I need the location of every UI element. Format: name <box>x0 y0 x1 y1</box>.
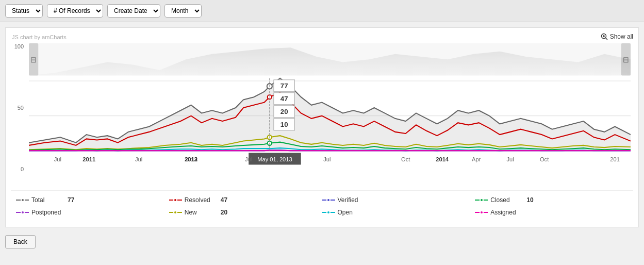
svg-line-1 <box>605 38 607 40</box>
status-select[interactable]: Status <box>5 4 43 18</box>
legend-value-total: 77 <box>68 196 74 204</box>
legend-label-open: Open <box>338 209 371 216</box>
legend: Total 77 Resolved 47 Verified Closed 10 <box>11 190 633 222</box>
scroll-left-icon: ⊟ <box>30 56 37 64</box>
legend-dot-closed <box>480 198 484 202</box>
legend-value-new: 20 <box>221 209 227 216</box>
legend-label-total: Total <box>31 196 65 204</box>
y-label-100: 100 <box>14 43 24 49</box>
legend-item-open: Open <box>322 207 475 218</box>
x-jul-2012: Jul <box>245 156 252 162</box>
legend-label-assigned: Assigned <box>490 209 524 216</box>
scroll-range <box>29 43 631 76</box>
legend-dot-postponed <box>21 210 25 214</box>
legend-dot-total <box>21 198 25 202</box>
legend-label-new: New <box>185 209 218 216</box>
tooltip-20-text: 20 <box>280 108 288 115</box>
x-2015: 201 <box>610 156 620 162</box>
legend-dot-open <box>326 210 331 214</box>
legend-dot-assigned <box>480 210 484 214</box>
x-jul-2014: Jul <box>506 156 514 162</box>
tooltip-10-text: 10 <box>280 121 288 128</box>
y-axis: 100 50 0 <box>11 43 26 172</box>
legend-item-resolved: Resolved 47 <box>169 195 322 205</box>
chart-svg: 77 47 20 10 May 01, 2013 Jul 2011 Jul 20… <box>29 43 631 172</box>
toolbar: Status # Of Records Create Date Month <box>0 0 644 22</box>
legend-dot-new <box>173 210 177 214</box>
x-jul-2010: Jul <box>54 156 61 162</box>
legend-line-assigned <box>475 212 488 213</box>
back-button[interactable]: Back <box>5 235 36 249</box>
legend-item-postponed: Postponed <box>16 207 169 218</box>
records-select[interactable]: # Of Records <box>47 4 103 18</box>
legend-line-open <box>322 212 335 213</box>
legend-label-verified: Verified <box>338 196 371 204</box>
x-2014: 2014 <box>436 156 449 162</box>
legend-value-closed: 10 <box>526 196 533 204</box>
tooltip-47-text: 47 <box>280 95 288 103</box>
chart-container: JS chart by amCharts Show all 100 50 0 <box>5 27 639 227</box>
legend-line-verified <box>322 200 335 201</box>
create-date-select[interactable]: Create Date <box>107 4 160 18</box>
tooltip-date-text: May 01, 2013 <box>257 156 292 162</box>
legend-line-resolved <box>169 200 182 201</box>
total-area <box>29 78 631 151</box>
legend-line-postponed <box>16 212 29 213</box>
legend-line-closed <box>475 200 488 201</box>
legend-item-assigned: Assigned <box>475 207 628 218</box>
legend-dot-resolved <box>173 198 177 202</box>
chart-watermark: JS chart by amCharts <box>12 34 67 40</box>
chart-area: 100 50 0 <box>11 43 633 188</box>
y-label-0: 0 <box>21 166 24 172</box>
tooltip-77-text: 77 <box>280 82 288 90</box>
zoom-icon <box>601 33 608 40</box>
show-all-label: Show all <box>610 33 633 40</box>
legend-item-closed: Closed 10 <box>475 195 628 205</box>
x-jul-2013: Jul <box>323 156 331 162</box>
x-2013-label: 2013 <box>185 156 197 162</box>
show-all-button[interactable]: Show all <box>601 33 633 40</box>
y-label-50: 50 <box>18 105 24 111</box>
legend-item-total: Total 77 <box>16 195 169 205</box>
legend-line-new <box>169 212 182 213</box>
legend-value-resolved: 47 <box>221 196 227 204</box>
legend-label-closed: Closed <box>490 196 524 204</box>
x-oct-2013: Oct <box>401 156 410 162</box>
legend-item-verified: Verified <box>322 195 475 205</box>
x-apr-2014: Apr <box>472 156 481 162</box>
back-button-container: Back <box>5 235 36 249</box>
x-2011: 2011 <box>82 156 95 162</box>
legend-dot-verified <box>326 198 331 202</box>
chart-plot[interactable]: 77 47 20 10 May 01, 2013 Jul 2011 Jul 20… <box>29 43 631 172</box>
x-oct-2014: Oct <box>540 156 549 162</box>
x-jul-2011: Jul <box>135 156 142 162</box>
legend-label-postponed: Postponed <box>31 209 65 216</box>
legend-label-resolved: Resolved <box>185 196 218 204</box>
month-select[interactable]: Month <box>164 4 202 18</box>
legend-item-new: New 20 <box>169 207 322 218</box>
scroll-right-icon: ⊟ <box>623 56 629 64</box>
legend-line-total <box>16 200 29 201</box>
